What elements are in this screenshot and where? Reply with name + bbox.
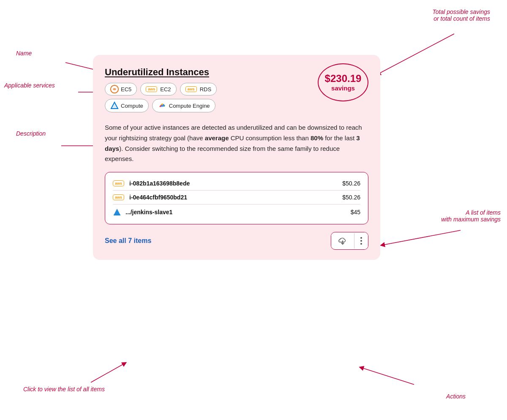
item-2-aws-icon: aws xyxy=(113,194,124,200)
table-row[interactable]: .../jenkins-slave1 $45 xyxy=(113,205,360,220)
ec5-icon xyxy=(110,85,119,93)
savings-amount: $230.19 xyxy=(325,73,362,84)
item-2-name: i-0e464cfbf9650bd21 xyxy=(129,194,187,201)
svg-line-5 xyxy=(91,363,125,382)
annotation-savings: Total possible savings or total count of… xyxy=(433,8,490,22)
services-row-2: Compute Compute Engine xyxy=(105,99,217,112)
items-list-box: aws i-082b1a163698b8ede $50.26 aws i-0e4… xyxy=(105,172,368,224)
desc-after: ). Consider switching to the recommended… xyxy=(105,145,340,163)
service-badge-compute[interactable]: Compute xyxy=(105,99,149,112)
item-left-3: .../jenkins-slave1 xyxy=(113,208,172,216)
azure-icon xyxy=(110,101,119,110)
action-buttons-group xyxy=(331,232,368,250)
ec2-label: EC2 xyxy=(160,86,171,93)
gcp-icon xyxy=(158,101,167,110)
service-badge-compute-engine[interactable]: Compute Engine xyxy=(152,99,215,112)
annotation-description: Description xyxy=(16,130,46,137)
annotation-applicable: Applicable services xyxy=(4,82,55,89)
services-row: EC5 aws EC2 aws RDS xyxy=(105,83,217,95)
item-left-1: aws i-082b1a163698b8ede xyxy=(113,180,190,187)
aws-rds-icon: aws xyxy=(185,86,197,92)
three-dots-icon xyxy=(360,236,362,246)
item-1-savings: $50.26 xyxy=(342,180,360,187)
svg-marker-15 xyxy=(114,209,120,215)
service-badge-ec5[interactable]: EC5 xyxy=(105,83,137,95)
annotation-actions: Actions xyxy=(446,393,466,400)
service-badge-rds[interactable]: aws RDS xyxy=(180,83,217,95)
annotation-name: Name xyxy=(16,50,32,57)
service-badge-ec2[interactable]: aws EC2 xyxy=(140,83,176,95)
item-1-name: i-082b1a163698b8ede xyxy=(129,180,190,187)
item-1-aws-icon: aws xyxy=(113,180,124,186)
item-left-2: aws i-0e464cfbf9650bd21 xyxy=(113,194,187,201)
item-3-name: .../jenkins-slave1 xyxy=(125,209,172,215)
table-row[interactable]: aws i-082b1a163698b8ede $50.26 xyxy=(113,177,360,191)
desc-bold2: 80% xyxy=(311,134,323,142)
svg-line-4 xyxy=(382,230,461,245)
card-header: Underutilized Instances EC5 aws EC2 xyxy=(105,67,368,116)
savings-label-text: savings xyxy=(331,85,355,92)
compute-engine-label: Compute Engine xyxy=(169,103,210,109)
desc-bold1: average xyxy=(205,134,229,142)
annotation-list-items: A list of items with maximum savings xyxy=(441,209,501,223)
table-row[interactable]: aws i-0e464cfbf9650bd21 $50.26 xyxy=(113,191,360,205)
item-3-azure-icon xyxy=(113,208,121,216)
card-description: Some of your active instances are detect… xyxy=(105,123,368,164)
svg-point-14 xyxy=(159,106,161,107)
rds-label: RDS xyxy=(200,86,211,93)
aws-ec2-icon: aws xyxy=(146,86,157,92)
card-footer: See all 7 items xyxy=(105,232,368,250)
download-button[interactable] xyxy=(331,233,354,248)
svg-point-13 xyxy=(164,105,165,106)
card-title-area: Underutilized Instances EC5 aws EC2 xyxy=(105,67,217,116)
svg-marker-9 xyxy=(111,102,118,109)
ec5-label: EC5 xyxy=(121,86,131,93)
desc-mid1: CPU consumption less than xyxy=(229,134,311,142)
svg-point-12 xyxy=(161,104,163,105)
svg-line-6 xyxy=(361,368,414,385)
item-3-savings: $45 xyxy=(351,209,360,215)
recommendation-card: Underutilized Instances EC5 aws EC2 xyxy=(93,55,380,260)
cloud-download-icon xyxy=(337,237,348,245)
card-title: Underutilized Instances xyxy=(105,67,217,78)
desc-mid2: for the last xyxy=(323,134,356,142)
item-2-savings: $50.26 xyxy=(342,194,360,201)
savings-oval: $230.19 savings xyxy=(318,63,368,101)
see-all-link[interactable]: See all 7 items xyxy=(105,237,151,245)
more-options-button[interactable] xyxy=(354,232,368,249)
annotation-click-view: Click to view the list of all items xyxy=(23,386,105,393)
svg-line-3 xyxy=(378,34,454,74)
compute-label: Compute xyxy=(121,103,143,109)
